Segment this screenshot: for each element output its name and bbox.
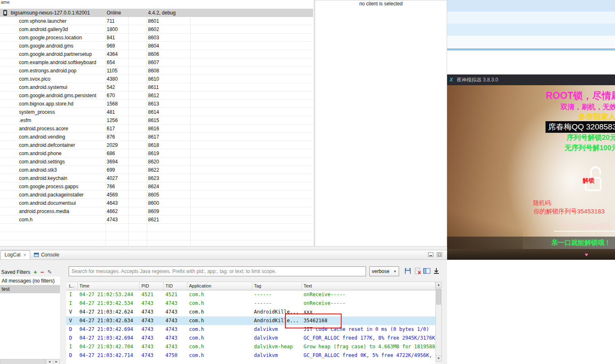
ad-wipe-line: 双清，刷机，无效 [560,102,615,112]
log-tid: 4743 [164,316,187,325]
process-row[interactable]: com.google.process.gapps 766 8624 [0,182,313,191]
log-row[interactable]: I 04-27 21:03:42.534 4743 4743 com.h ---… [66,299,436,308]
process-row[interactable]: com.android.settings 3694 8620 [0,158,313,166]
process-row[interactable]: system_process 481 8614 [0,108,313,116]
process-port: 8612 [147,91,190,100]
scroll-down-icon[interactable]: ▼ [436,355,441,361]
process-row[interactable]: com.google.android.gms.persistent 670 86… [0,91,313,100]
process-row[interactable]: com.android.defcontainer 2029 8618 [0,141,313,149]
grid-line [147,9,147,246]
minimize-button[interactable] [428,252,433,257]
process-row[interactable]: com.bignox.app.store.hd 1568 8613 [0,100,313,108]
process-pid: 766 [105,182,128,191]
scrollbar-thumb[interactable] [436,289,441,304]
log-row[interactable]: I 04-27 21:02:53.244 4521 4521 com.h ---… [66,290,436,299]
process-row[interactable]: com.h 4743 8621 [0,216,313,224]
process-row[interactable]: com.android.keychain 4027 8623 [0,174,313,182]
process-name: com.google.process.location [0,34,105,42]
process-port: 8623 [147,174,190,182]
process-port: 8614 [147,108,190,116]
process-row[interactable]: com.google.process.location 841 8603 [0,34,313,42]
log-row[interactable]: D 04-27 21:03:42.694 4743 4743 com.h dal… [66,325,436,334]
log-time: 04-27 21:02:53.244 [78,290,140,299]
clear-log-icon[interactable] [414,267,421,275]
filter-item[interactable]: All messages (no filters) [0,277,60,285]
tab-logcat[interactable]: LogCat × [0,250,30,259]
emulator-screen[interactable]: ROOT锁，尽情刷 双清，刷机，无效 多倍陪家人 席春梅QQ 3208583 序… [447,85,615,260]
ad-qq-line: 席春梅QQ 3208583 [546,121,615,133]
log-row[interactable]: V 04-27 21:03:42.624 4743 4743 com.h And… [66,308,436,316]
log-tag: ------ [252,290,302,299]
column-header-level[interactable]: L.. [66,282,78,290]
column-header-pid[interactable]: PID [140,282,164,290]
grid-line [128,9,129,246]
unlock-label: 解锁 [583,177,594,184]
saved-filters-list: All messages (no filters) test [0,277,60,359]
edit-filter-icon[interactable]: ✎ [48,269,52,275]
process-row[interactable]: android.process.media 4662 8609 [0,207,313,216]
process-row[interactable]: com.estrongs.android.pop 1105 8608 [0,67,313,75]
log-row[interactable]: D 04-27 21:03:42.694 4743 4743 com.h dal… [66,334,436,342]
process-row[interactable]: android.process.acore 617 8616 [0,125,313,133]
log-level-dropdown[interactable]: verbose ▼ [369,266,399,276]
process-name: com.android.documentsui [0,199,105,207]
column-header-application[interactable]: Application [187,282,252,290]
log-row[interactable]: V 04-27 21:03:42.634 4743 4743 com.h And… [66,316,436,325]
log-row[interactable]: I 04-27 21:03:42.704 4743 4743 com.h dal… [66,342,436,351]
process-row[interactable]: com.google.android.gms 969 8604 [0,42,313,50]
process-name: com.estrongs.android.pop [0,67,105,75]
process-row[interactable]: .esfm 1256 8615 [0,116,313,125]
column-header-text[interactable]: Text [302,282,436,290]
emulator-titlebar[interactable]: X 夜神模拟器 3.8.3.0 [447,74,615,85]
log-text: GC_FOR_ALLOC freed 0K, 5% free 4722K/495… [302,351,436,360]
process-row[interactable]: com.vphone.launcher 711 8601 [0,17,313,25]
remove-filter-icon[interactable]: − [41,268,44,275]
log-application: com.h [187,334,252,342]
process-name: com.bignox.app.store.hd [0,100,105,108]
process-row[interactable]: com.android.gallery3d 1800 8602 [0,25,313,34]
process-row[interactable]: com.android.packageinstaller 4569 8605 [0,191,313,199]
process-name: com.android.defcontainer [0,141,105,149]
filters-horizontal-scrollbar[interactable]: ◄ ► [0,359,60,364]
log-vertical-scrollbar[interactable]: ▲ ▼ [436,282,442,362]
log-level: D [66,334,78,342]
device-row[interactable]: bigsamsung-nexus-127.0.0.1:62001 Online … [0,9,313,17]
tab-console[interactable]: Console [30,250,63,259]
log-level: D [66,351,78,360]
search-input[interactable] [69,266,366,276]
add-filter-icon[interactable]: + [34,268,37,275]
log-text: onReceive----- [302,290,436,299]
scroll-up-icon[interactable]: ▲ [436,282,441,288]
process-row[interactable]: com.android.documentsui 4643 8600 [0,199,313,207]
column-header-tag[interactable]: Tag [252,282,302,290]
maximize-button[interactable] [437,252,442,257]
background-stripe [447,0,615,12]
process-port: 8604 [147,42,190,50]
process-row[interactable]: com.svox.pico 4380 8610 [0,75,313,83]
toggle-filters-view-icon[interactable] [423,267,431,275]
process-row[interactable]: com.android.vending 876 8617 [0,133,313,141]
process-name: com.android.settings [0,158,105,166]
column-header-time[interactable]: Time [78,282,140,290]
save-log-icon[interactable] [404,267,412,275]
device-phone-icon [3,10,7,16]
process-row[interactable]: com.google.android.partnersetup 4364 860… [0,50,313,58]
scroll-left-icon[interactable]: ◄ [46,359,53,364]
process-row[interactable]: com.example.android.softkeyboard 654 860… [0,58,313,67]
scroll-right-icon[interactable]: ► [53,359,60,364]
column-header-tid[interactable]: TID [164,282,187,290]
process-row[interactable]: com.android.phone 686 8619 [0,149,313,158]
process-row[interactable]: com.android.systemui 542 8611 [0,83,313,91]
ad-price1-line: 序列号解锁20元 [567,133,615,142]
process-row[interactable]: com.android.stk3 699 8622 [0,166,313,174]
scrollbar-thumb[interactable] [0,359,45,364]
process-name: com.svox.pico [0,75,105,83]
log-text: GC_FOR_ALLOC freed 177K, 8% free 2945K/3… [302,334,436,342]
process-port: 8622 [147,166,190,174]
log-row[interactable]: D 04-27 21:03:42.714 4743 4750 com.h dal… [66,351,436,360]
export-log-icon[interactable] [433,267,440,275]
process-name: com.android.keychain [0,174,105,182]
filter-item[interactable]: test [0,285,60,293]
device-status: Online [105,9,128,17]
close-icon[interactable]: × [24,251,26,259]
